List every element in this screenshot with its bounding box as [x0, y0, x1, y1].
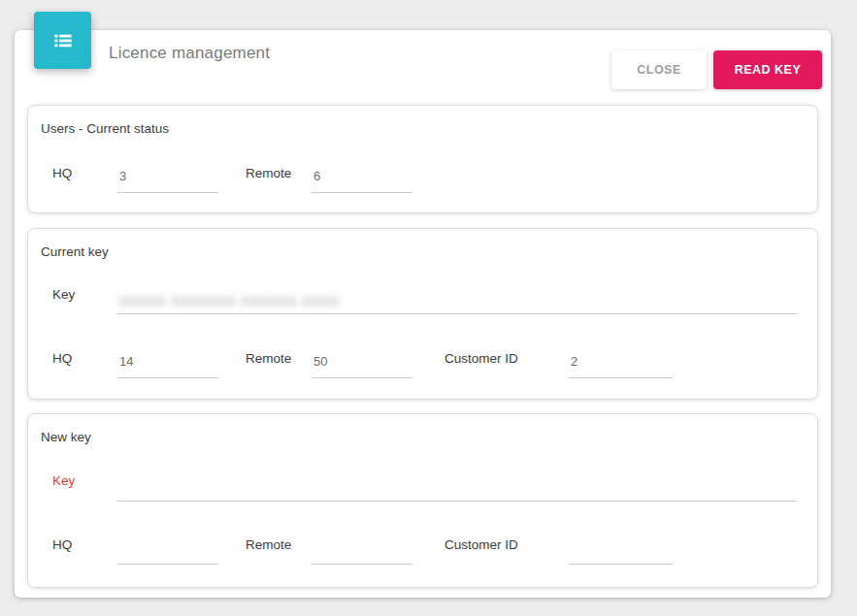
key-label-required: Key [52, 473, 75, 488]
customer-id-label: Customer ID [445, 537, 518, 552]
new-key-input[interactable] [117, 475, 797, 502]
current-key-input[interactable]: XXXXX XXXXXXX XXXXXX XXXX [117, 288, 797, 314]
menu-fab-button[interactable] [34, 12, 91, 69]
remote-input[interactable] [312, 351, 412, 378]
licence-management-page: { "header": { "title": "Licence manageme… [0, 0, 857, 616]
list-icon [50, 28, 76, 53]
card-title: Users - Current status [41, 121, 169, 136]
remote-input[interactable] [312, 166, 412, 193]
card-title: New key [41, 430, 91, 444]
key-label: Key [52, 287, 75, 302]
customer-id-input[interactable] [569, 537, 673, 565]
hq-label: HQ [52, 537, 72, 552]
hq-input[interactable] [117, 351, 218, 378]
card-title: Current key [41, 244, 109, 259]
remote-label: Remote [246, 166, 291, 180]
users-current-status-card: Users - Current status HQ Remote [27, 105, 818, 213]
remote-label: Remote [246, 537, 291, 552]
close-button[interactable]: CLOSE [611, 50, 707, 89]
new-key-card: New key Key HQ Remote Customer ID [27, 413, 818, 588]
hq-label: HQ [52, 351, 72, 366]
hq-input[interactable] [117, 166, 218, 193]
licence-management-dialog: Licence management CLOSE READ KEY Users … [15, 30, 831, 598]
read-key-button[interactable]: READ KEY [713, 50, 822, 89]
page-title: Licence management [109, 44, 270, 63]
remote-label: Remote [246, 351, 291, 366]
customer-id-label: Customer ID [445, 351, 518, 366]
customer-id-input[interactable] [569, 351, 673, 378]
hq-label: HQ [52, 166, 72, 180]
current-key-redacted-value: XXXXX XXXXXXX XXXXXX XXXX [117, 294, 340, 313]
remote-input[interactable] [312, 537, 412, 565]
hq-input[interactable] [117, 537, 218, 565]
current-key-card: Current key Key XXXXX XXXXXXX XXXXXX XXX… [27, 228, 818, 400]
